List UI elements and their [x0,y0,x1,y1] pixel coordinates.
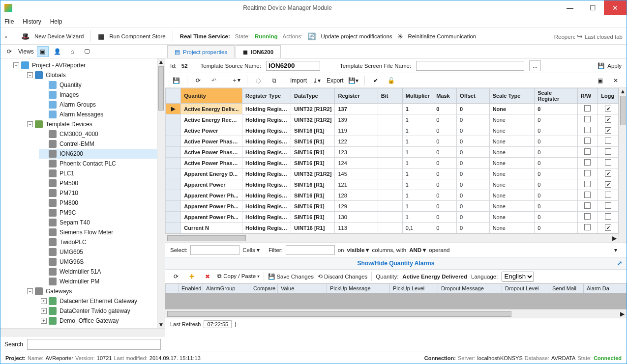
table-row[interactable]: Active PowerHolding RegistersSINT16 [R1]… [166,125,619,136]
table-row[interactable]: Apparent Energy D...Holding RegistersUIN… [166,168,619,179]
alarm-save-button[interactable]: 💾 Save Changes [268,273,314,280]
import-button[interactable]: Import [290,77,307,84]
save-grid-button[interactable]: 💾 [170,75,182,86]
checkbox[interactable] [584,224,591,230]
table-row[interactable]: Active Energy Recei...Holding RegistersU… [166,114,619,125]
refresh-grid-button[interactable]: ⟳ [192,75,204,86]
expand-icon[interactable]: + [41,298,47,304]
table-row[interactable]: Apparent Power Ph...Holding RegistersSIN… [166,212,619,223]
checkbox[interactable] [605,213,611,220]
col-scalereg[interactable]: Scale Register [535,88,577,104]
new-device-wizard[interactable]: New Device Wizard [34,33,84,39]
tree-item[interactable]: Siemens Flow Meter [39,227,157,237]
view-4-button[interactable]: 🖵 [81,46,93,57]
lock-button[interactable]: 🔓 [386,75,397,86]
checkbox[interactable] [584,159,591,166]
tree-item[interactable]: Alarm Messages [39,110,157,119]
checkbox[interactable] [605,192,611,198]
browse-button[interactable]: ... [529,60,541,71]
sync-button[interactable]: ◌ [252,75,264,86]
checkbox[interactable] [605,181,611,188]
check-button[interactable]: ✔ [370,75,382,86]
col-multiplier[interactable]: Multiplier [402,88,433,104]
expand-icon[interactable]: − [13,62,19,68]
col-offset[interactable]: Offset [457,88,490,104]
col-registertype[interactable]: Register Type [242,88,291,104]
col-mask[interactable]: Mask [433,88,457,104]
tree-item[interactable]: ION6200 [39,149,157,159]
tree-item[interactable]: Contrel-EMM [39,139,157,149]
tree-item[interactable]: Phoenix Contact PLC [39,159,157,168]
view-3-button[interactable]: ⌂ [66,46,78,57]
alarm-add-button[interactable]: ✚ [186,271,198,282]
alarms-toggle[interactable]: Show/Hide Quantity Alarms⤢ [165,257,627,270]
menu-help[interactable]: Help [50,18,62,25]
tree-item[interactable]: Images [39,90,157,100]
apply-button[interactable]: Apply [607,63,622,69]
checkbox[interactable] [584,148,591,155]
menu-history[interactable]: History [23,18,41,25]
tree-item[interactable]: +Datacenter Ethernet Gateway [39,296,157,306]
table-row[interactable]: Current NHolding RegistersUINT16 [R1]113… [166,223,619,233]
expand-icon[interactable]: + [41,308,47,314]
expand-icon[interactable]: − [27,72,33,78]
tree-scrollbar[interactable]: ▲▼ [157,58,165,328]
blank-doc-icon[interactable]: ▫ [4,32,7,40]
alarm-copypaste-button[interactable]: ⧉ Copy / Paste ▾ [217,273,260,280]
tab-ion6200[interactable]: ◼ION6200 [236,45,281,58]
reinit-comm[interactable]: Reinitialize Communication [408,33,477,39]
menu-file[interactable]: File [4,18,14,25]
tree-item[interactable]: Alarm Groups [39,100,157,110]
checkbox[interactable] [605,148,611,155]
tree-item[interactable]: Quantity [39,80,157,90]
project-tree[interactable]: −Project - AVReporter−GlobalsQuantityIma… [0,58,157,328]
tree-item[interactable]: −Project - AVReporter [11,60,157,70]
import-dd-button[interactable]: ⤓▾ [311,75,323,86]
grid-vscroll[interactable]: ▲ [619,88,627,242]
last-closed-tab[interactable]: Last closed tab [585,34,623,40]
update-mods[interactable]: Update project modifications [321,33,392,39]
export-dd-button[interactable]: 💾▾ [348,75,359,86]
col-rw[interactable]: R/W [577,88,598,104]
close-panel-button[interactable]: ✕ [610,75,622,86]
minimize-button[interactable]: — [559,0,581,15]
tree-item[interactable]: UMG96S [39,257,157,267]
tree-item[interactable]: PM800 [39,198,157,208]
register-grid[interactable]: Quantity Register Type DataType Register… [165,88,619,233]
table-row[interactable]: Apparent Power Ph...Holding RegistersSIN… [166,190,619,201]
visible-dropdown[interactable]: visible ▾ [347,247,369,253]
filter-input[interactable] [286,245,335,255]
refresh-tree-button[interactable]: ⟳ [3,46,15,57]
checkbox[interactable] [605,116,611,123]
export-button[interactable]: Export [327,77,344,84]
tree-item[interactable]: UMG605 [39,247,157,257]
add-button[interactable]: ＋▾ [230,75,242,86]
filter-menu-button[interactable]: ▾ [610,245,622,255]
table-row[interactable]: Active Power Phase CHolding RegistersSIN… [166,158,619,168]
tree-item[interactable]: Weidmüller 51A [39,267,157,277]
copy-button[interactable]: ⧉ [268,75,280,86]
maximize-button[interactable]: ☐ [581,0,604,15]
alarm-delete-button[interactable]: ✖ [202,271,213,282]
view-1-button[interactable]: ▣ [37,46,49,57]
alarm-refresh-button[interactable]: ⟳ [170,271,182,282]
alarm-lang-select[interactable]: English [502,272,534,281]
tree-item[interactable]: PM500 [39,178,157,188]
expand-icon[interactable]: − [27,288,33,294]
col-datatype[interactable]: DataType [291,88,334,104]
checkbox[interactable] [605,127,611,134]
table-row[interactable]: Apparent Power Ph...Holding RegistersSIN… [166,201,619,212]
checkbox[interactable] [605,202,611,209]
tpl-screen-input[interactable] [416,61,524,71]
run-component-store[interactable]: Run Component Store [109,33,165,39]
table-row[interactable]: ▶Active Energy Deliv...Holding Registers… [166,104,619,114]
tree-item[interactable]: −Gateways [25,286,157,296]
cells-dropdown[interactable]: Cells ▾ [242,247,260,253]
col-logg[interactable]: Logg [598,88,619,104]
expand-icon[interactable]: − [27,121,33,127]
and-dropdown[interactable]: AND ▾ [409,247,426,253]
checkbox[interactable] [584,213,591,220]
tree-item[interactable]: +Demo_Office Gateway [39,316,157,326]
grid-hscroll[interactable]: ▶ [165,233,619,242]
col-rowheader[interactable] [166,88,181,104]
